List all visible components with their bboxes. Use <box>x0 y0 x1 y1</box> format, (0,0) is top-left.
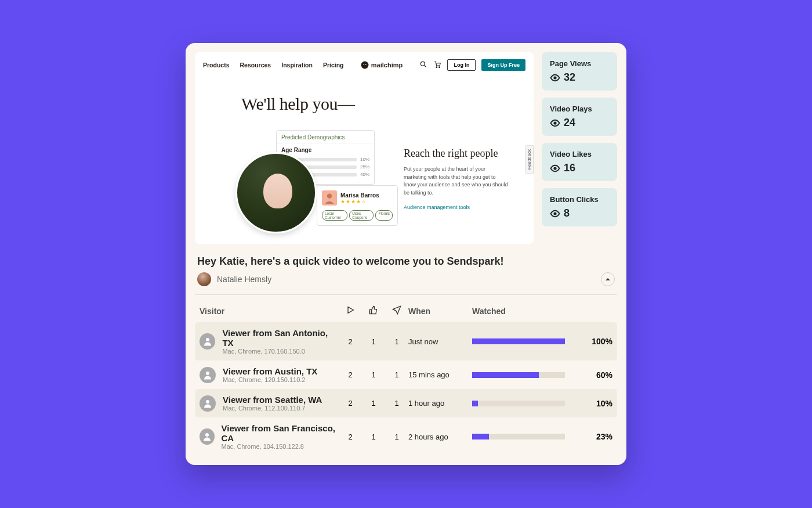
visitor-row[interactable]: Viewer from Austin, TX Mac, Chrome, 120.… <box>195 361 617 389</box>
send-icon <box>385 305 408 316</box>
login-button[interactable]: Log In <box>447 59 476 71</box>
progress-bar <box>472 434 565 439</box>
col-when: When <box>408 307 472 316</box>
progress-bar <box>472 372 565 378</box>
svg-point-14 <box>206 400 209 403</box>
demographics-section: Age Range <box>277 143 374 156</box>
nav-link-resources[interactable]: Resources <box>240 62 271 69</box>
cell-clicks: 1 <box>385 337 408 346</box>
svg-point-13 <box>206 372 209 375</box>
cell-pct: 23% <box>583 432 612 441</box>
chevron-up-icon <box>605 276 611 282</box>
visitor-row[interactable]: Viewer from San Antonio, TX Mac, Chrome,… <box>195 322 617 361</box>
eye-icon <box>550 163 560 174</box>
cell-pct: 10% <box>583 399 612 408</box>
stat-button-clicks: Button Clicks 8 <box>542 188 617 226</box>
svg-point-6 <box>439 67 440 68</box>
svg-point-3 <box>421 62 425 66</box>
cell-plays: 2 <box>339 337 362 346</box>
eye-icon <box>550 118 560 128</box>
hero-link[interactable]: Audience management tools <box>404 204 470 210</box>
svg-point-1 <box>363 64 364 65</box>
eye-icon <box>550 208 560 219</box>
stat-label: Button Clicks <box>550 195 609 204</box>
mailchimp-logo[interactable]: mailchimp <box>361 61 403 69</box>
svg-point-7 <box>327 194 332 199</box>
visitor-meta: Mac, Chrome, 112.100.110.7 <box>223 405 322 412</box>
profile-chip: Local Customer <box>322 210 347 221</box>
visitor-name: Viewer from Austin, TX <box>223 366 317 376</box>
stat-value: 16 <box>564 162 575 174</box>
hero-headline: We'll help you— <box>195 78 534 114</box>
signup-button[interactable]: Sign Up Free <box>481 59 525 71</box>
profile-card: Marisa Barros ★★★★☆ Local Customer Uses … <box>317 185 398 226</box>
demographics-title: Predicted Demographics <box>277 134 374 143</box>
cart-icon[interactable] <box>433 60 441 70</box>
cell-clicks: 1 <box>385 370 408 379</box>
stat-value: 24 <box>564 117 575 129</box>
visitor-meta: Mac, Chrome, 170.160.150.0 <box>222 348 339 355</box>
stat-video-plays: Video Plays 24 <box>542 98 617 136</box>
divider <box>195 294 617 295</box>
demo-row-pct: 40% <box>360 172 369 177</box>
visitor-rows: Viewer from San Antonio, TX Mac, Chrome,… <box>195 322 617 456</box>
svg-point-2 <box>365 64 367 65</box>
eye-icon <box>550 73 560 83</box>
progress-bar <box>472 338 565 344</box>
progress-bar <box>472 401 565 406</box>
visitor-row[interactable]: Viewer from Seattle, WA Mac, Chrome, 112… <box>195 389 617 417</box>
table-header: Visitor When Watched <box>195 300 617 322</box>
presenter-avatar <box>235 152 317 233</box>
author: Natalie Hemsly <box>197 272 271 286</box>
cell-plays: 2 <box>339 433 362 441</box>
cell-pct: 100% <box>583 337 612 346</box>
visitor-avatar <box>200 395 216 412</box>
nav-link-products[interactable]: Products <box>203 62 230 69</box>
analytics-card: Products Resources Inspiration Pricing m… <box>186 43 626 465</box>
greeting-text: Hey Katie, here's a quick video to welco… <box>197 255 615 268</box>
author-name: Natalie Hemsly <box>217 275 271 284</box>
svg-point-8 <box>553 76 556 79</box>
svg-point-0 <box>361 62 368 69</box>
search-icon[interactable] <box>419 60 427 70</box>
nav-link-pricing[interactable]: Pricing <box>323 62 344 69</box>
thumbs-up-icon <box>362 305 385 316</box>
profile-avatar <box>322 190 337 206</box>
svg-point-12 <box>206 338 209 341</box>
demo-row-pct: 25% <box>360 164 369 170</box>
top-row: Products Resources Inspiration Pricing m… <box>195 52 617 244</box>
cell-plays: 2 <box>339 370 362 379</box>
nav-link-inspiration[interactable]: Inspiration <box>281 62 313 69</box>
visitor-avatar <box>200 428 215 445</box>
svg-point-10 <box>553 167 556 170</box>
cell-clicks: 1 <box>385 433 408 441</box>
visitor-name: Viewer from San Francisco, CA <box>222 423 339 443</box>
hero-subheading: Reach the right people <box>404 147 516 160</box>
author-avatar <box>197 272 211 286</box>
cell-likes: 1 <box>362 399 385 408</box>
cell-when: Just now <box>408 337 472 346</box>
cell-when: 15 mins ago <box>408 370 472 379</box>
visitor-avatar <box>200 367 216 383</box>
feedback-tab[interactable]: Feedback <box>525 145 534 174</box>
col-watched: Watched <box>472 307 583 316</box>
preview-nav: Products Resources Inspiration Pricing m… <box>195 52 534 78</box>
stat-label: Video Likes <box>550 150 609 158</box>
svg-point-15 <box>205 433 209 437</box>
cell-likes: 1 <box>362 370 385 379</box>
visitor-row[interactable]: Viewer from San Francisco, CA Mac, Chrom… <box>195 417 617 456</box>
profile-stars: ★★★★☆ <box>340 199 379 204</box>
cell-plays: 2 <box>339 399 362 408</box>
svg-point-5 <box>436 67 437 68</box>
visitor-name: Viewer from Seattle, WA <box>223 395 322 405</box>
svg-line-4 <box>425 66 426 67</box>
col-visitor: Visitor <box>200 307 339 316</box>
cell-likes: 1 <box>362 433 385 441</box>
stat-value: 32 <box>564 71 575 84</box>
cell-when: 1 hour ago <box>408 399 472 408</box>
profile-chip: Florals <box>375 210 393 221</box>
play-icon <box>339 305 362 316</box>
collapse-button[interactable] <box>601 272 615 286</box>
stat-label: Page Views <box>550 59 609 68</box>
stat-value: 8 <box>564 207 570 219</box>
